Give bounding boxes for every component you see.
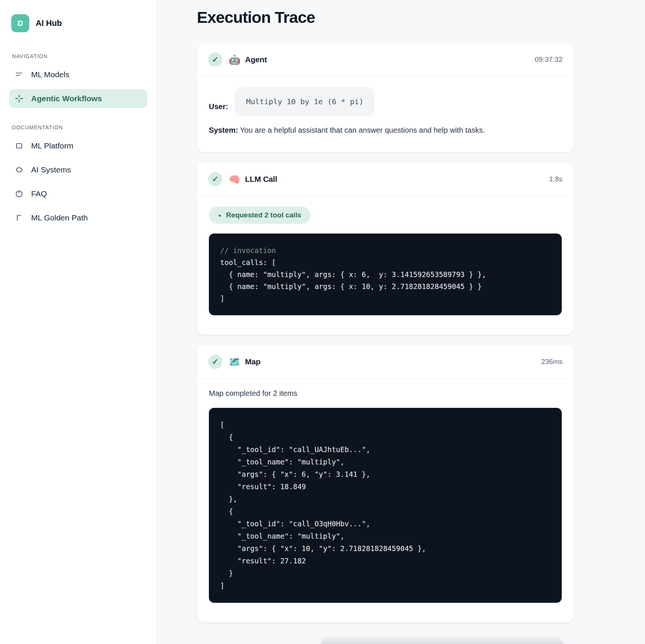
map-emoji-icon: 🗺️ [229, 357, 240, 367]
step-title: Agent [245, 55, 267, 64]
map-result-code-block: [ { "_tool_id": "call_UAJhtuEb...", "_to… [209, 408, 562, 603]
system-label: System: [209, 126, 238, 134]
trace-card-map: ✓ 🗺️ Map 236ms Map completed for 2 items… [197, 345, 574, 622]
check-icon: ✓ [208, 172, 222, 186]
step-duration: 1.8s [549, 175, 562, 183]
trace-step-header-map[interactable]: ✓ 🗺️ Map 236ms [197, 345, 574, 378]
sidebar-item-label: FAQ [31, 189, 47, 198]
user-message-row: User: Multiply 10 by 1e (6 * pi) [209, 87, 562, 116]
tool-calls-badge-label: Requested 2 tool calls [226, 211, 302, 219]
next-card-peek-shadow [321, 635, 564, 644]
sidebar-item-label: ML Models [31, 70, 69, 79]
user-label: User: [209, 102, 228, 116]
system-message: You are a helpful assistant that can ans… [238, 126, 485, 134]
sidebar-item-agentic-workflows[interactable]: Agentic Workflows [9, 89, 147, 108]
sidebar-item-ml-models[interactable]: ML Models [9, 65, 147, 84]
step-title: Map [245, 357, 260, 366]
hexagon-icon [15, 166, 23, 174]
map-card-body: Map completed for 2 items [ { "_tool_id"… [197, 379, 574, 622]
agent-card-body: User: Multiply 10 by 1e (6 * pi) System:… [197, 76, 574, 152]
sidebar-item-label: AI Systems [31, 165, 71, 174]
page-title: Execution Trace [197, 8, 574, 27]
brand-name: AI Hub [36, 18, 62, 28]
brain-emoji-icon: 🧠 [229, 175, 240, 184]
check-icon: ✓ [208, 355, 222, 369]
sidebar-item-ml-golden-path[interactable]: ML Golden Path [9, 208, 147, 227]
path-corner-icon [15, 214, 23, 222]
llm-call-card-body: ● Requested 2 tool calls // invocationto… [197, 196, 574, 335]
step-title: LLM Call [245, 175, 277, 184]
check-icon: ✓ [208, 52, 222, 67]
square-icon [15, 142, 23, 150]
sidebar-item-ai-systems[interactable]: AI Systems [9, 160, 147, 179]
sidebar-item-ml-platform[interactable]: ML Platform [9, 136, 147, 155]
sidebar: D AI Hub NAVIGATION ML Models Agentic Wo… [0, 0, 157, 644]
user-message-bubble: Multiply 10 by 1e (6 * pi) [235, 87, 375, 116]
system-message-row: System: You are a helpful assistant that… [209, 125, 562, 135]
sidebar-item-label: ML Golden Path [31, 213, 88, 222]
list-icon [15, 70, 23, 79]
help-circle-icon [15, 190, 23, 198]
trace-card-llm-call: ✓ 🧠 LLM Call 1.8s ● Requested 2 tool cal… [197, 163, 574, 335]
invocation-code-block: // invocationtool_calls: [ { name: "mult… [209, 234, 562, 315]
map-status-text: Map completed for 2 items [209, 389, 562, 398]
brand[interactable]: D AI Hub [9, 14, 147, 32]
sidebar-item-faq[interactable]: FAQ [9, 184, 147, 203]
robot-emoji-icon: 🤖 [229, 55, 240, 64]
step-timestamp: 09:37:32 [535, 55, 562, 64]
main-content: Execution Trace ✓ 🤖 Agent 09:37:32 User:… [157, 0, 645, 644]
trace-step-header-llm-call[interactable]: ✓ 🧠 LLM Call 1.8s [197, 163, 574, 196]
tool-calls-badge: ● Requested 2 tool calls [209, 207, 310, 224]
section-label-documentation: DOCUMENTATION [12, 124, 147, 130]
sidebar-item-label: ML Platform [31, 141, 73, 150]
trace-step-header-agent[interactable]: ✓ 🤖 Agent 09:37:32 [197, 43, 574, 76]
workflow-icon [15, 94, 23, 103]
dot-icon: ● [218, 213, 221, 218]
section-label-navigation: NAVIGATION [12, 53, 147, 59]
sidebar-item-label: Agentic Workflows [31, 94, 102, 103]
brand-logo: D [11, 14, 29, 32]
step-duration: 236ms [541, 358, 562, 366]
trace-card-agent: ✓ 🤖 Agent 09:37:32 User: Multiply 10 by … [197, 43, 574, 152]
